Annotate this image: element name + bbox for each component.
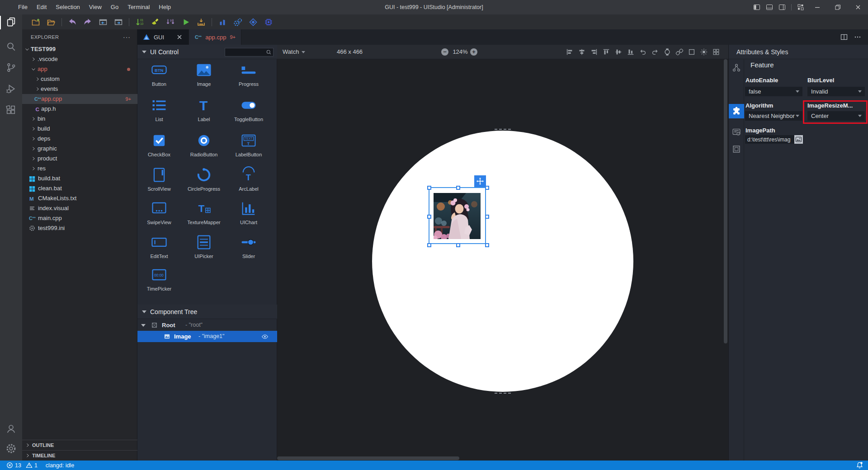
tree-item-bin[interactable]: bin (22, 114, 137, 124)
control-button[interactable]: BTNButton (137, 61, 181, 87)
menu-file[interactable]: File (14, 0, 32, 14)
bind-icon[interactable] (675, 48, 684, 56)
blurlevel-dropdown[interactable]: Invalid (807, 87, 865, 96)
control-timepicker[interactable]: 00:00TimePicker (137, 266, 181, 291)
zoom-out-button[interactable]: − (441, 48, 448, 56)
design-canvas[interactable] (277, 59, 728, 461)
control-labelbutton[interactable]: TEXTTLabelButton (227, 132, 270, 157)
watch-device-icon[interactable] (663, 48, 671, 56)
maximize-button[interactable] (827, 0, 848, 14)
tree-item-test999-ini[interactable]: test999.ini (22, 223, 137, 233)
control-progress[interactable]: Progress (227, 61, 270, 87)
align-top-icon[interactable] (602, 48, 610, 56)
layout-panel-icon[interactable] (766, 4, 773, 11)
control-scrollview[interactable]: ScrollView (137, 166, 181, 192)
control-checkbox[interactable]: CheckBox (137, 132, 181, 157)
win-prev-icon[interactable] (99, 18, 108, 27)
align-left-icon[interactable] (566, 48, 574, 56)
control-edittext[interactable]: EditText (137, 233, 181, 259)
tree-item-build[interactable]: build (22, 124, 137, 134)
control-label[interactable]: TLabel (182, 96, 226, 122)
selection-handle[interactable] (456, 243, 460, 247)
rail-feature-selected[interactable] (729, 104, 744, 118)
property-list-icon[interactable] (731, 127, 741, 137)
activity-run-debug-icon[interactable] (5, 83, 17, 94)
imageresizemode-dropdown[interactable]: Center (807, 111, 865, 121)
activity-extensions-icon[interactable] (5, 104, 17, 116)
steps-icon[interactable]: 9 (166, 18, 175, 27)
selection-handle[interactable] (456, 186, 460, 190)
tree-item-app[interactable]: app (22, 64, 137, 74)
close-button[interactable] (848, 0, 868, 14)
imagepath-input[interactable]: d:\test\ttt\res\imag (745, 135, 794, 144)
component-root-row[interactable]: Root- "root" (137, 320, 277, 331)
tree-item-app-cpp[interactable]: C++app.cpp9+ (22, 94, 137, 104)
canvas-horizontal-scrollbar[interactable] (277, 456, 459, 460)
problems-indicator[interactable]: 13 1 (0, 462, 38, 469)
tree-item-index-visual[interactable]: index.visual (22, 203, 137, 213)
control-arclabel[interactable]: TArcLabel (227, 166, 270, 192)
selection-handle[interactable] (427, 215, 431, 219)
more-actions-icon[interactable] (854, 33, 862, 41)
win-next-icon[interactable] (114, 18, 123, 27)
customize-layout-icon[interactable] (797, 4, 804, 11)
device-select-dropdown[interactable]: Watch (283, 45, 305, 59)
tab-app-cpp[interactable]: C++app.cpp9+ (189, 29, 241, 45)
clean-icon[interactable] (151, 18, 160, 27)
move-handle-icon[interactable] (474, 175, 486, 187)
activity-search-icon[interactable] (5, 41, 17, 52)
tree-item-graphic[interactable]: graphic (22, 144, 137, 154)
control-circleprogress[interactable]: CircleProgress (182, 166, 226, 192)
control-uichart[interactable]: UIChart (227, 199, 270, 225)
deploy-icon[interactable] (197, 18, 206, 27)
align-middle-v-icon[interactable] (614, 48, 623, 56)
close-tab-icon[interactable] (176, 33, 183, 41)
control-radiobutton[interactable]: RadioButton (182, 132, 226, 157)
menu-terminal[interactable]: Terminal (123, 0, 154, 14)
menu-view[interactable]: View (85, 0, 106, 14)
autoenable-dropdown[interactable]: false (745, 87, 802, 96)
chip-icon[interactable] (264, 18, 273, 27)
frame-icon[interactable] (688, 48, 696, 56)
control-image[interactable]: Image (182, 61, 226, 87)
run-icon[interactable] (181, 18, 190, 27)
section-outline[interactable]: OUTLINE (22, 440, 137, 450)
sort-num-icon[interactable]: 0110 (135, 18, 144, 27)
collapse-triangle-icon[interactable] (142, 51, 146, 53)
tree-item--vscode[interactable]: .vscode (22, 54, 137, 64)
control-swipeview[interactable]: SwipeView (137, 199, 181, 225)
node-tree-icon[interactable] (731, 63, 741, 73)
language-server-status[interactable]: clangd: idle (46, 462, 74, 469)
control-list[interactable]: List (137, 96, 181, 122)
minimize-button[interactable] (807, 0, 827, 14)
tree-item-product[interactable]: product (22, 154, 137, 164)
tree-item-events[interactable]: events (22, 84, 137, 94)
menu-help[interactable]: Help (154, 0, 175, 14)
selected-image-widget[interactable] (429, 187, 486, 244)
gears-icon[interactable] (233, 18, 242, 27)
selection-handle[interactable] (485, 215, 489, 219)
collapse-triangle-icon[interactable] (142, 310, 146, 313)
canvas-vertical-scrollbar[interactable] (724, 59, 727, 343)
activity-account-icon[interactable] (5, 423, 17, 434)
undo-p-icon[interactable] (68, 18, 77, 27)
activity-explorer-icon[interactable] (5, 16, 17, 28)
tree-item-main-cpp[interactable]: C++main.cpp (22, 213, 137, 223)
brightness-icon[interactable] (700, 48, 708, 56)
more-actions-icon[interactable]: ··· (123, 33, 131, 41)
selection-handle[interactable] (485, 243, 489, 247)
imagepath-browse-button[interactable] (794, 135, 803, 144)
tab-gui[interactable]: GUI (137, 29, 189, 45)
menu-edit[interactable]: Edit (32, 0, 51, 14)
grid-icon[interactable] (712, 48, 720, 56)
control-texturemapper[interactable]: TTextureMapper (182, 199, 226, 225)
component-image-row[interactable]: Image- "image1" (137, 331, 277, 342)
selection-handle[interactable] (427, 186, 431, 190)
zoom-in-button[interactable]: + (470, 48, 477, 56)
align-bottom-icon[interactable] (627, 48, 635, 56)
folder-new-icon[interactable] (31, 18, 40, 27)
control-togglebutton[interactable]: ToggleButton (227, 96, 270, 122)
section-timeline[interactable]: TIMELINE (22, 450, 137, 461)
frame-style-icon[interactable] (731, 144, 741, 154)
diamond-icon[interactable] (249, 18, 258, 27)
